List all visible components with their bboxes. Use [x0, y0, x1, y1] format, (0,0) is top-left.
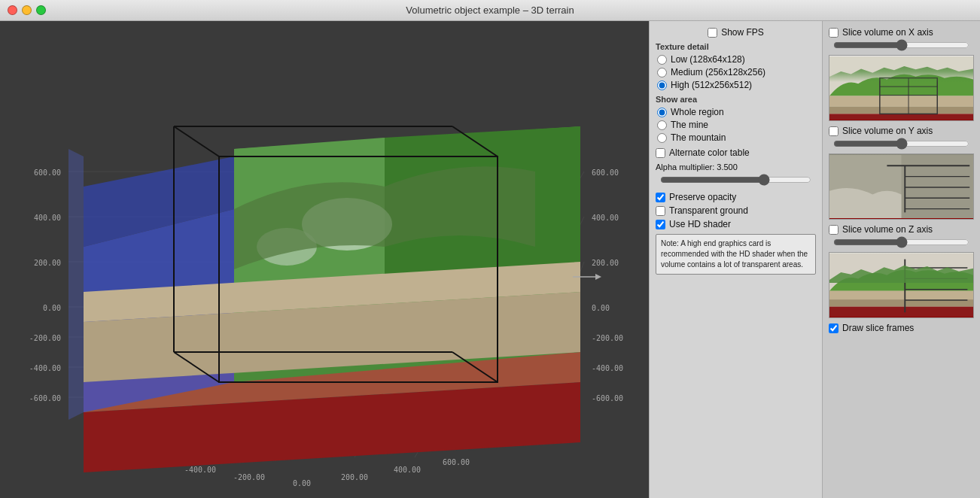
- show-mine-radio[interactable]: [657, 120, 667, 130]
- slice-x-slider-container: [829, 40, 974, 53]
- draw-slice-frames-checkbox[interactable]: [829, 323, 838, 333]
- alpha-slider[interactable]: [660, 175, 811, 185]
- show-whole-region-radio[interactable]: [657, 108, 667, 117]
- use-hd-shader-label: Use HD shader: [669, 219, 731, 229]
- draw-slice-frames-row[interactable]: Draw slice frames: [829, 323, 974, 333]
- svg-text:600.00: 600.00: [443, 458, 470, 466]
- slice-z-slider-container: [829, 237, 974, 250]
- slice-y-checkbox[interactable]: [829, 126, 838, 136]
- title-bar: Volumetric object example – 3D terrain: [0, 0, 980, 21]
- show-area-section: Show area Whole region The mine The moun…: [656, 95, 816, 143]
- texture-medium-radio[interactable]: [657, 68, 667, 77]
- svg-text:200.00: 200.00: [34, 259, 61, 267]
- preserve-opacity-row[interactable]: Preserve opacity: [656, 192, 816, 202]
- slice-x-checkbox[interactable]: [829, 28, 838, 38]
- texture-detail-label: Texture detail: [656, 42, 816, 51]
- slice-y-label: Slice volume on Y axis: [842, 126, 933, 136]
- texture-medium-row[interactable]: Medium (256x128x256): [657, 67, 816, 77]
- alpha-label: Alpha multiplier: 3.500: [656, 162, 816, 172]
- show-fps-section: Show FPS: [656, 27, 816, 38]
- show-mountain-radio[interactable]: [657, 133, 667, 143]
- terrain-svg: 600.00 400.00 200.00 0.00 -200.00 -400.0…: [0, 21, 649, 498]
- alternate-color-label: Alternate color table: [669, 147, 750, 158]
- svg-text:-200.00: -200.00: [592, 334, 623, 342]
- svg-text:400.00: 400.00: [34, 214, 61, 222]
- svg-text:-400.00: -400.00: [592, 364, 623, 372]
- alternate-color-checkbox[interactable]: [656, 148, 665, 158]
- main-content: 600.00 400.00 200.00 0.00 -200.00 -400.0…: [0, 21, 980, 498]
- right-panel: Show FPS Texture detail Low (128x64x128)…: [649, 21, 822, 498]
- texture-high-row[interactable]: High (512x256x512): [657, 80, 816, 90]
- texture-low-label: Low (128x64x128): [671, 54, 745, 65]
- svg-rect-68: [829, 291, 973, 299]
- use-hd-shader-row[interactable]: Use HD shader: [656, 219, 816, 229]
- svg-text:0.00: 0.00: [43, 304, 61, 312]
- svg-text:0.00: 0.00: [293, 479, 311, 487]
- slice-z-checkbox[interactable]: [829, 225, 838, 235]
- slice-y-slider[interactable]: [833, 138, 969, 149]
- texture-detail-group: Low (128x64x128) Medium (256x128x256) Hi…: [656, 54, 816, 90]
- alternate-color-row[interactable]: Alternate color table: [656, 147, 816, 158]
- show-area-group: Whole region The mine The mountain: [656, 107, 816, 143]
- preserve-opacity-label: Preserve opacity: [669, 192, 736, 202]
- texture-low-row[interactable]: Low (128x64x128): [657, 54, 816, 65]
- slice-z-slider[interactable]: [833, 237, 969, 247]
- alpha-section: Alpha multiplier: 3.500: [656, 162, 816, 187]
- svg-rect-70: [829, 307, 973, 317]
- show-area-label: Show area: [656, 95, 816, 104]
- svg-text:-600.00: -600.00: [592, 394, 623, 402]
- alpha-slider-container: [656, 175, 816, 187]
- preview-z: [829, 252, 974, 318]
- svg-rect-53: [829, 107, 973, 114]
- preview-x: [829, 55, 974, 121]
- slice-y-section: Slice volume on Y axis: [829, 126, 974, 220]
- draw-slice-frames-section: Draw slice frames: [829, 323, 974, 333]
- transparent-ground-checkbox[interactable]: [656, 206, 665, 216]
- svg-text:-200.00: -200.00: [29, 334, 61, 342]
- window-controls[interactable]: [8, 5, 46, 15]
- show-fps-checkbox[interactable]: [708, 28, 717, 38]
- svg-text:600.00: 600.00: [592, 169, 619, 177]
- texture-high-label: High (512x256x512): [671, 80, 752, 90]
- slice-y-row[interactable]: Slice volume on Y axis: [829, 126, 974, 136]
- svg-text:-600.00: -600.00: [29, 394, 61, 402]
- slice-x-label: Slice volume on X axis: [842, 27, 933, 38]
- alternate-color-section: Alternate color table: [656, 147, 816, 158]
- texture-high-radio[interactable]: [657, 80, 667, 90]
- show-mine-row[interactable]: The mine: [657, 120, 816, 130]
- texture-detail-section: Texture detail Low (128x64x128) Medium (…: [656, 42, 816, 90]
- texture-low-radio[interactable]: [657, 55, 667, 65]
- svg-text:-400.00: -400.00: [184, 466, 216, 474]
- minimize-button[interactable]: [22, 5, 32, 15]
- svg-text:400.00: 400.00: [592, 214, 619, 222]
- note-text: Note: A high end graphics card is recomm…: [661, 239, 808, 269]
- slice-x-row[interactable]: Slice volume on X axis: [829, 27, 974, 38]
- svg-text:400.00: 400.00: [394, 466, 421, 474]
- window-title: Volumetric object example – 3D terrain: [406, 5, 574, 16]
- preserve-opacity-checkbox[interactable]: [656, 193, 665, 202]
- draw-slice-frames-label: Draw slice frames: [842, 323, 914, 333]
- show-mine-label: The mine: [671, 120, 708, 130]
- viewport-3d[interactable]: 600.00 400.00 200.00 0.00 -200.00 -400.0…: [0, 21, 649, 498]
- show-fps-row[interactable]: Show FPS: [708, 27, 764, 38]
- svg-text:600.00: 600.00: [34, 169, 61, 177]
- preserve-opacity-section: Preserve opacity Transparent ground Use …: [656, 192, 816, 229]
- svg-rect-54: [829, 114, 973, 120]
- svg-text:0.00: 0.00: [592, 304, 610, 312]
- svg-text:200.00: 200.00: [592, 259, 619, 267]
- show-fps-label: Show FPS: [721, 27, 764, 38]
- slice-z-row[interactable]: Slice volume on Z axis: [829, 224, 974, 235]
- slice-x-section: Slice volume on X axis: [829, 27, 974, 121]
- show-whole-region-row[interactable]: Whole region: [657, 107, 816, 117]
- svg-text:-200.00: -200.00: [233, 473, 265, 481]
- maximize-button[interactable]: [36, 5, 46, 15]
- note-box: Note: A high end graphics card is recomm…: [656, 234, 816, 275]
- transparent-ground-row[interactable]: Transparent ground: [656, 205, 816, 216]
- show-whole-region-label: Whole region: [671, 107, 724, 117]
- slice-x-slider[interactable]: [833, 40, 969, 50]
- slice-z-section: Slice volume on Z axis: [829, 224, 974, 318]
- show-mountain-row[interactable]: The mountain: [657, 132, 816, 143]
- use-hd-shader-checkbox[interactable]: [656, 220, 665, 229]
- close-button[interactable]: [8, 5, 17, 15]
- texture-medium-label: Medium (256x128x256): [671, 67, 765, 77]
